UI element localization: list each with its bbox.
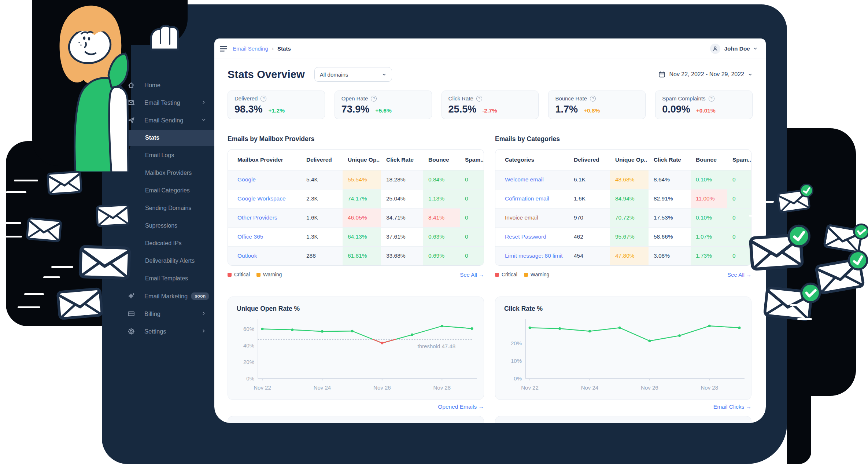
sidebar-item-settings[interactable]: Settings xyxy=(102,323,214,339)
breadcrumb-section-link[interactable]: Email Sending xyxy=(233,45,268,52)
table-cell: 61.81% xyxy=(343,246,381,265)
envelope-icon xyxy=(46,170,83,196)
table-cell: 970 xyxy=(569,208,610,227)
row-name-link[interactable]: Office 365 xyxy=(237,233,263,240)
table-cell: 0 xyxy=(727,227,751,246)
charts-section: Unique Open Rate % 0%20%40%60%Nov 22Nov … xyxy=(228,297,753,400)
speed-line xyxy=(43,276,60,278)
content-area: Stats Overview All domains Nov 22, 2022 … xyxy=(214,66,766,423)
row-name-link[interactable]: Limit message: 80 limit xyxy=(505,253,563,259)
table-cell: Other Providers xyxy=(228,208,301,227)
table-cell: 0 xyxy=(727,189,751,208)
opened-emails-link[interactable]: Opened Emails → xyxy=(438,404,484,410)
help-icon[interactable] xyxy=(709,96,714,102)
help-icon[interactable] xyxy=(261,96,266,102)
user-icon xyxy=(712,46,718,52)
table-cell: 33.68% xyxy=(381,246,423,265)
row-name-link[interactable]: Welcome email xyxy=(505,176,544,183)
chevron-down-icon[interactable] xyxy=(753,46,758,51)
table-card: Mailbox ProviderDeliveredUnique Op..Clic… xyxy=(228,149,484,266)
table-cell: 70.72% xyxy=(610,208,649,227)
table-cell: Limit message: 80 limit xyxy=(495,246,569,265)
table-cell: Cofirmation email xyxy=(495,189,569,208)
row-name-link[interactable]: Invoice email xyxy=(505,214,538,221)
table-cell: 462 xyxy=(569,227,610,246)
user-menu[interactable]: John Doe xyxy=(724,45,750,52)
check-badge-icon xyxy=(786,223,812,249)
categories-table: Emails by CategoriesCategoriesDeliveredU… xyxy=(495,135,751,278)
table-row: Google5.4K55.54%18.28%0.84%0 xyxy=(228,170,484,189)
table-cell: 17.53% xyxy=(649,208,691,227)
table-cell: 0 xyxy=(460,227,484,246)
column-header: Bounce xyxy=(423,150,460,170)
stat-card-label: Click Rate xyxy=(448,95,473,102)
svg-text:20%: 20% xyxy=(511,340,522,346)
sidebar-item-label: Settings xyxy=(144,328,166,335)
envelope-icon xyxy=(95,204,130,228)
avatar[interactable] xyxy=(710,44,720,54)
table-row: Invoice email97070.72%17.53%0.10%0 xyxy=(495,208,751,227)
speed-line xyxy=(756,201,774,203)
table-row: Limit message: 80 limit45447.80%3.08%1.7… xyxy=(495,246,751,265)
table-cell: 0.69% xyxy=(423,246,460,265)
stat-card-delta: +0.8% xyxy=(584,107,600,114)
table-cell: Reset Password xyxy=(495,227,569,246)
sidebar-item-label: Deliverability Alerts xyxy=(145,258,195,264)
sidebar-item-billing[interactable]: Billing xyxy=(102,306,214,322)
row-name-link[interactable]: Cofirmation email xyxy=(505,195,549,202)
legend-label: Critical xyxy=(234,272,250,277)
table-row: Office 3651.3K64.13%37.61%0.63%0 xyxy=(228,227,484,246)
see-all-link[interactable]: See All → xyxy=(460,272,484,278)
woman-illustration xyxy=(32,0,190,172)
table-cell: 0.10% xyxy=(691,170,727,189)
row-name-link[interactable]: Outlook xyxy=(237,253,257,259)
chart-links-row: Opened Emails → Email Clicks → xyxy=(228,404,753,413)
table-cell: 18.28% xyxy=(381,170,423,189)
sidebar-item-email-marketing[interactable]: Email Marketingsoon xyxy=(102,288,214,304)
svg-text:0%: 0% xyxy=(514,375,522,382)
svg-text:Nov 26: Nov 26 xyxy=(373,384,391,391)
table-cell: 6.1K xyxy=(569,170,610,189)
table-cell: 454 xyxy=(569,246,610,265)
stat-card-click-rate: Click Rate25.5%-2.7% xyxy=(442,91,539,119)
sidebar-item-label: Email Marketing xyxy=(144,293,188,300)
svg-text:threshold 47.48: threshold 47.48 xyxy=(418,343,455,349)
row-name-link[interactable]: Other Providers xyxy=(237,214,277,221)
domain-filter-select[interactable]: All domains xyxy=(314,67,392,82)
chevron-down-icon xyxy=(382,72,387,77)
stat-card-open-rate: Open Rate73.9%+5.6% xyxy=(335,91,432,119)
speed-line xyxy=(3,222,21,224)
hamburger-menu-icon[interactable] xyxy=(219,45,228,52)
date-range-value: Nov 22, 2022 - Nov 29, 2022 xyxy=(669,71,744,78)
row-name-link[interactable]: Google Workspace xyxy=(237,195,286,202)
envelope-icon xyxy=(78,245,131,280)
topbar: Email Sending › Stats John Doe xyxy=(214,38,766,59)
help-icon[interactable] xyxy=(476,96,482,102)
see-all-link[interactable]: See All → xyxy=(727,272,751,278)
help-icon[interactable] xyxy=(590,96,596,102)
table-cell: 1.07% xyxy=(691,227,727,246)
table-cell: 2.3K xyxy=(301,189,343,208)
table-cell: 34.71% xyxy=(381,208,423,227)
help-icon[interactable] xyxy=(371,96,377,102)
table-cell: 0 xyxy=(727,208,751,227)
sidebar-item-email-categories[interactable]: Email Categories xyxy=(102,183,214,199)
stat-cards-row: Delivered98.3%+1.2%Open Rate73.9%+5.6%Cl… xyxy=(228,91,753,119)
svg-text:Nov 24: Nov 24 xyxy=(314,384,331,391)
table-card: CategoriesDeliveredUnique Op..Click Rate… xyxy=(495,149,751,266)
stat-card-value: 1.7% xyxy=(555,104,578,115)
table-cell: 11.00% xyxy=(691,189,727,208)
row-name-link[interactable]: Google xyxy=(237,176,256,183)
row-name-link[interactable]: Reset Password xyxy=(505,233,546,240)
date-range-picker[interactable]: Nov 22, 2022 - Nov 29, 2022 xyxy=(658,71,753,78)
speed-line xyxy=(6,191,26,193)
stat-card-value: 0.09% xyxy=(662,104,690,115)
table-row: Welcome email6.1K48.68%8.64%0.10%0 xyxy=(495,170,751,189)
speed-line xyxy=(18,306,40,308)
chevron-right-icon xyxy=(201,100,206,105)
email-clicks-link[interactable]: Email Clicks → xyxy=(713,404,751,410)
table-cell: 3.08% xyxy=(649,246,691,265)
domain-filter-value: All domains xyxy=(320,71,382,78)
speed-line xyxy=(51,266,73,268)
table-cell: 1.73% xyxy=(691,246,727,265)
